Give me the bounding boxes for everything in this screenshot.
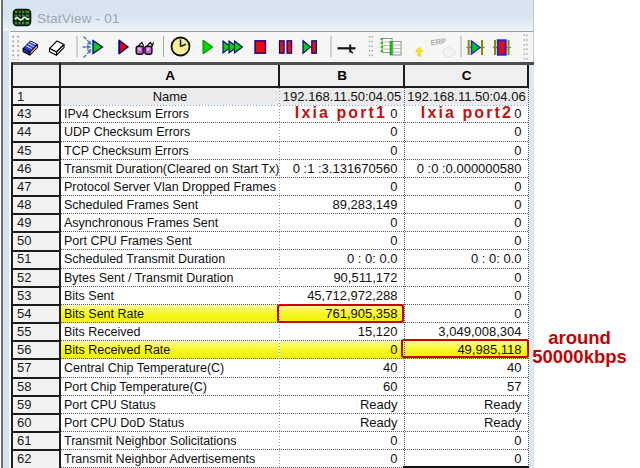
svg-text:ERP: ERP xyxy=(430,36,447,47)
